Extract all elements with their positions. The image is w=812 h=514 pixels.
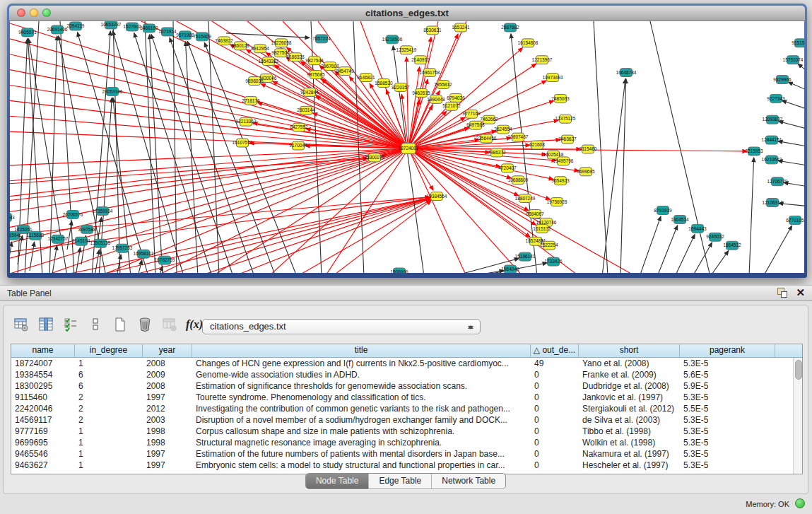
window-titlebar[interactable]: citations_edges.txt	[9, 6, 805, 21]
black-edge[interactable]	[138, 260, 142, 273]
table-row[interactable]: 977716911998Corpus callosum shape and si…	[11, 426, 802, 437]
graph-node[interactable]: 16961758	[420, 69, 440, 77]
graph-node[interactable]: 2094119	[67, 22, 85, 30]
table-row[interactable]: 1872400712008Changes of HCN gene express…	[11, 358, 802, 369]
table-selector-dropdown[interactable]: citations_edges.txt	[202, 319, 481, 334]
memory-status-icon[interactable]	[795, 498, 805, 508]
black-edge[interactable]	[798, 64, 804, 71]
black-edge[interactable]	[779, 122, 804, 129]
black-edge[interactable]	[675, 234, 695, 273]
red-edge[interactable]	[408, 148, 466, 273]
graph-node[interactable]: 3624554	[494, 125, 512, 134]
graph-node[interactable]: 12325419	[396, 46, 417, 54]
graph-node[interactable]: 13505135	[90, 239, 111, 247]
graph-node[interactable]: 7955812	[434, 81, 452, 89]
graph-node[interactable]: 621608	[529, 141, 545, 149]
function-builder-icon[interactable]: f(x)	[185, 315, 204, 334]
black-edge[interactable]	[134, 33, 212, 273]
graph-node[interactable]: 9170044	[289, 141, 307, 150]
delete-trash-icon[interactable]	[136, 315, 154, 334]
graph-node[interactable]: 12706779	[767, 177, 788, 186]
column-checklist-icon[interactable]	[61, 315, 80, 334]
red-edge[interactable]	[408, 111, 447, 148]
graph-node[interactable]: 8912954	[251, 45, 269, 53]
black-edge[interactable]	[95, 250, 99, 273]
graph-node[interactable]: 1990448	[427, 95, 445, 103]
graph-node[interactable]: 2803144	[297, 106, 315, 115]
black-edge[interactable]	[393, 46, 424, 273]
red-edge[interactable]	[163, 198, 430, 273]
graph-node[interactable]: 1906996	[390, 268, 408, 273]
black-edge[interactable]	[620, 79, 626, 273]
graph-node[interactable]: 16154808	[518, 39, 539, 47]
black-edge[interactable]	[650, 21, 710, 273]
graph-node[interactable]: 7986372	[488, 148, 506, 157]
column-header-title[interactable]: title	[192, 344, 531, 357]
table-row[interactable]: 946362711997Embryonic stem cells: a mode…	[11, 460, 802, 471]
graph-node[interactable]: 1653241	[452, 23, 470, 32]
show-column-icon[interactable]	[37, 315, 55, 334]
graph-node[interactable]: 18226058	[271, 39, 292, 47]
graph-node[interactable]: 12375125	[555, 115, 576, 123]
row-options-icon[interactable]	[86, 315, 105, 334]
table-row[interactable]: 1830029562008Estimation of significance …	[11, 380, 802, 392]
red-edge[interactable]	[155, 148, 408, 273]
black-edge[interactable]	[67, 221, 72, 250]
graph-node[interactable]: 9671988	[176, 31, 194, 40]
graph-node[interactable]: 9684067	[526, 210, 544, 218]
tab-network-table[interactable]: Network Table	[432, 474, 505, 489]
graph-node[interactable]: 8454749	[336, 67, 354, 76]
graph-node[interactable]: 19756928	[547, 198, 567, 206]
graph-node[interactable]: 20206576	[63, 210, 83, 218]
table-row[interactable]: 969969511998Structural magnetic resonanc…	[11, 437, 802, 448]
graph-node[interactable]: 12213363	[236, 117, 257, 126]
graph-node[interactable]: 8791919	[654, 206, 672, 215]
graph-node[interactable]: 9405571	[18, 28, 37, 37]
graph-node[interactable]: 1964049	[501, 265, 519, 273]
graph-node[interactable]: 1615132	[533, 224, 551, 233]
graph-node[interactable]: 16543382	[259, 57, 279, 66]
graph-node[interactable]: 9777169	[462, 110, 481, 118]
black-edge[interactable]	[693, 243, 712, 273]
black-edge[interactable]	[640, 216, 661, 273]
red-edge[interactable]	[10, 148, 408, 211]
red-edge[interactable]	[408, 148, 536, 225]
black-edge[interactable]	[749, 158, 754, 273]
tab-node-table[interactable]: Node Table	[306, 474, 370, 489]
graph-node[interactable]: 8215953	[745, 147, 763, 156]
black-edge[interactable]	[76, 247, 81, 273]
graph-node[interactable]: 20053346	[102, 87, 123, 95]
graph-node[interactable]: 10807487	[508, 133, 529, 141]
graph-node[interactable]: 9242844	[300, 88, 319, 96]
float-panel-icon[interactable]	[777, 288, 787, 298]
graph-node[interactable]: 1864514	[671, 215, 689, 223]
new-file-icon[interactable]	[111, 315, 129, 334]
black-edge[interactable]	[710, 251, 729, 273]
red-edge[interactable]	[332, 201, 431, 273]
black-edge[interactable]	[173, 21, 177, 273]
graph-node[interactable]: 10973493	[543, 74, 563, 82]
graph-node[interactable]: 12106314	[763, 199, 783, 207]
graph-node[interactable]: 2646693	[10, 213, 15, 221]
graph-node[interactable]: 1071914	[158, 28, 177, 36]
graph-node[interactable]: 9699695	[577, 168, 595, 176]
black-edge[interactable]	[113, 21, 120, 273]
graph-node[interactable]: 2887682	[501, 23, 519, 32]
table-row[interactable]: 2242004622012Investigating the contribut…	[11, 403, 802, 414]
graph-node[interactable]: 12213967	[532, 56, 553, 64]
graph-hub-node[interactable]: 18724007	[399, 144, 419, 154]
network-canvas[interactable]: 1872400774638228860128891295418226058982…	[10, 21, 804, 273]
graph-node[interactable]: 7515409	[193, 33, 211, 41]
table-settings-icon[interactable]	[12, 315, 30, 334]
graph-node[interactable]: 1145194	[73, 237, 90, 245]
black-edge[interactable]	[788, 82, 804, 90]
table-row[interactable]: 1456911722003Disruption of a novel membe…	[11, 414, 802, 426]
table-row[interactable]: 911546021997Tourette syndrome. Phenomeno…	[11, 392, 802, 403]
graph-node[interactable]: 9146821	[357, 74, 375, 82]
table-row[interactable]: 1938455462009Genome-wide association stu…	[11, 369, 802, 380]
black-edge[interactable]	[602, 78, 625, 273]
black-edge[interactable]	[782, 100, 804, 109]
graph-node[interactable]: 12093832	[763, 115, 783, 124]
close-panel-icon[interactable]: ✕	[796, 288, 805, 298]
black-edge[interactable]	[657, 226, 678, 273]
